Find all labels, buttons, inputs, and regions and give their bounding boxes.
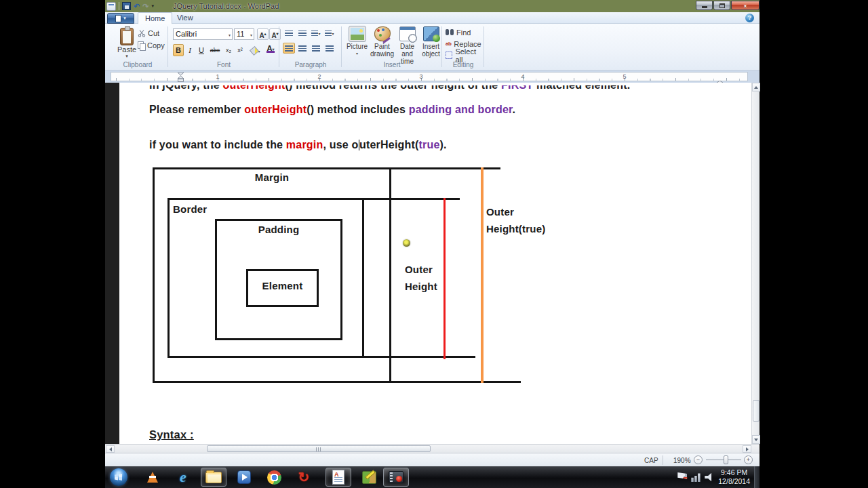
align-right-button[interactable]	[310, 43, 322, 54]
scroll-right-button[interactable]	[743, 445, 751, 453]
document-area: In jQuery, the outerHeight() method retu…	[105, 83, 760, 444]
object-anchor-dot	[403, 239, 410, 247]
text-highlight-button[interactable]: ▾	[249, 44, 262, 56]
scroll-down-button[interactable]	[752, 435, 760, 444]
font-size-value: 11	[237, 30, 244, 38]
scroll-up-button[interactable]	[752, 83, 760, 92]
taskbar-clock[interactable]: 9:46 PM 12/8/2014	[718, 468, 750, 486]
picture-button[interactable]: Picture ▾	[345, 26, 369, 64]
taskbar-item-wordpad[interactable]	[326, 468, 351, 487]
increase-indent-button[interactable]	[296, 28, 309, 39]
taskbar-item-windows-explorer[interactable]	[201, 468, 226, 487]
superscript-button[interactable]: x²	[235, 44, 245, 56]
ribbon-tab-row: ▾ Home View	[105, 12, 760, 24]
group-divider	[279, 26, 279, 67]
ruler[interactable]: 1 2 3 4 5	[111, 72, 748, 81]
border-bottom-extension-line	[364, 356, 475, 358]
find-button[interactable]: Find	[446, 27, 484, 37]
customize-toolbar-chevron-icon[interactable]: ▾	[151, 3, 154, 9]
underline-button[interactable]: U	[196, 44, 207, 56]
taskbar-item-image-editor[interactable]	[356, 468, 382, 487]
margin-label: Margin	[153, 171, 391, 183]
indent-marker[interactable]	[178, 73, 184, 82]
taskbar-item-screen-recorder[interactable]: ↻	[291, 468, 317, 487]
start-button[interactable]	[110, 468, 127, 486]
action-center-flag-icon[interactable]: x	[677, 472, 687, 482]
taskbar-item-internet-explorer[interactable]: e	[170, 468, 196, 487]
window-title: JQuery Tutorial.docx - WordPad	[173, 2, 279, 10]
taskbar-item-movie-recorder[interactable]	[383, 468, 409, 487]
list-button[interactable]: ▾	[310, 28, 322, 39]
vlc-cone-icon	[147, 472, 158, 483]
arrow-down-icon	[754, 439, 758, 441]
vertical-scrollbar[interactable]	[751, 83, 760, 444]
scroll-left-button[interactable]	[106, 445, 115, 453]
copy-icon	[138, 41, 145, 49]
font-color-button[interactable]: A▾	[264, 44, 277, 56]
right-indent-marker[interactable]	[717, 77, 723, 82]
application-menu-button[interactable]: ▾	[107, 13, 134, 24]
align-center-button[interactable]	[296, 43, 309, 54]
align-center-icon	[298, 45, 307, 52]
cut-button[interactable]: Cut	[138, 28, 166, 39]
subscript-button[interactable]: x₂	[223, 44, 234, 56]
syntax-heading: Syntax :	[149, 428, 194, 441]
taskbar-item-media-player[interactable]	[231, 468, 257, 487]
font-size-select[interactable]: 11 ▾	[234, 28, 254, 40]
tab-view[interactable]: View	[170, 12, 200, 24]
strikethrough-button[interactable]: abc	[208, 44, 222, 56]
date-time-button[interactable]: Date and time	[395, 26, 419, 64]
decrease-indent-button[interactable]	[283, 28, 295, 39]
editing-group-label: Editing	[443, 61, 484, 68]
horizontal-scrollbar[interactable]	[105, 444, 760, 453]
justify-button[interactable]	[323, 43, 336, 54]
font-group-label: Font	[169, 61, 279, 68]
line-spacing-button[interactable]: ▾	[323, 28, 336, 39]
network-icon[interactable]	[691, 472, 701, 482]
zoom-out-button[interactable]: −	[694, 455, 703, 464]
chevron-down-icon: ▾	[332, 31, 334, 36]
bold-button[interactable]: B	[173, 44, 184, 56]
paragraph-clipped: In jQuery, the outerHeight() method retu…	[149, 85, 630, 95]
image-editor-icon	[362, 471, 376, 484]
ruler-number: 5	[621, 73, 628, 80]
margin-top-line	[153, 167, 500, 169]
object-label-line1: Insert	[419, 43, 443, 50]
paint-drawing-button[interactable]: Paint drawing	[370, 26, 394, 64]
save-icon[interactable]	[122, 2, 131, 10]
clipboard-group: Paste ▾ Cut Copy Clipboard	[108, 24, 167, 70]
speaker-icon[interactable]	[705, 472, 714, 482]
vertical-scrollbar-thumb[interactable]	[753, 400, 760, 422]
horizontal-scrollbar-thumb[interactable]	[207, 445, 431, 452]
paint-label-line1: Paint	[370, 43, 394, 50]
italic-button[interactable]: I	[184, 44, 195, 56]
paste-button[interactable]: Paste ▾	[115, 26, 139, 62]
zoom-slider-thumb[interactable]	[724, 455, 728, 464]
copy-button[interactable]: Copy	[138, 40, 166, 51]
tab-home[interactable]: Home	[138, 12, 172, 24]
select-all-button[interactable]: Select all	[446, 50, 484, 60]
insert-group-label: Insert	[342, 61, 441, 68]
undo-icon[interactable]: ↶	[134, 2, 140, 10]
redo-icon[interactable]: ↷	[142, 2, 149, 10]
insert-object-button[interactable]: Insert object	[419, 26, 443, 64]
thumb-grip	[316, 447, 321, 451]
zoom-in-button[interactable]: +	[744, 455, 753, 464]
help-icon[interactable]: ?	[745, 14, 754, 22]
strikethrough-label: abc	[210, 47, 220, 54]
outer-height-true-label: Outer Height(true)	[486, 203, 545, 237]
align-left-button[interactable]	[283, 43, 295, 54]
caps-lock-indicator: CAP	[644, 457, 658, 464]
maximize-button[interactable]	[713, 1, 730, 10]
picture-label: Picture	[345, 43, 369, 50]
taskbar-item-vlc[interactable]	[140, 468, 165, 487]
show-desktop-button[interactable]	[754, 466, 760, 488]
font-family-select[interactable]: Calibri ▾	[173, 28, 233, 40]
minimize-button[interactable]	[696, 1, 713, 10]
chevron-down-icon: ▾	[272, 47, 274, 52]
close-button[interactable]: x	[731, 1, 760, 10]
wordpad-document-icon	[332, 470, 344, 485]
grow-font-button[interactable]: A▴	[257, 28, 269, 40]
taskbar-item-chrome[interactable]	[261, 468, 287, 487]
document-page[interactable]: In jQuery, the outerHeight() method retu…	[119, 83, 751, 444]
